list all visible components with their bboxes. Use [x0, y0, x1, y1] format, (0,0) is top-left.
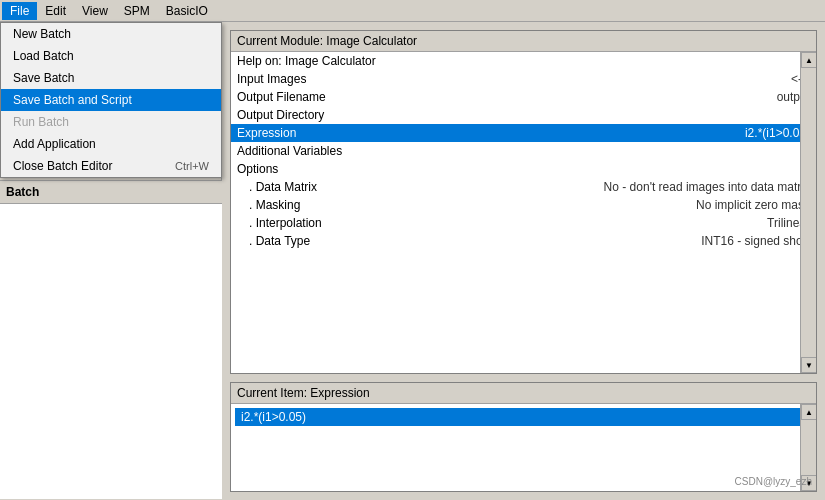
- menu-item-save-batch[interactable]: Save Batch: [1, 67, 221, 89]
- table-row[interactable]: Input Images<-X: [231, 70, 816, 88]
- module-panel-header: Current Module: Image Calculator: [231, 31, 816, 52]
- menu-item-save-batch-script[interactable]: Save Batch and Script: [1, 89, 221, 111]
- file-dropdown-menu: New Batch Load Batch Save Batch Save Bat…: [0, 22, 222, 178]
- module-table: Help on: Image CalculatorInput Images<-X…: [231, 52, 816, 250]
- content-area: Current Module: Image Calculator Help on…: [222, 22, 825, 500]
- menu-basicio[interactable]: BasicIO: [158, 2, 216, 20]
- table-row[interactable]: . Data MatrixNo - don't read images into…: [231, 178, 816, 196]
- menu-item-new-batch[interactable]: New Batch: [1, 23, 221, 45]
- table-row[interactable]: . MaskingNo implicit zero mask: [231, 196, 816, 214]
- shortcut-close-batch: Ctrl+W: [175, 160, 209, 172]
- batch-scroll[interactable]: [0, 204, 222, 499]
- menu-item-add-application[interactable]: Add Application: [1, 133, 221, 155]
- menu-item-close-batch-editor[interactable]: Close Batch Editor Ctrl+W: [1, 155, 221, 177]
- table-row[interactable]: Output Filenameoutput: [231, 88, 816, 106]
- menu-edit[interactable]: Edit: [37, 2, 74, 20]
- table-row[interactable]: . Data TypeINT16 - signed short: [231, 232, 816, 250]
- batch-panel: Batch: [0, 180, 222, 500]
- menu-item-load-batch[interactable]: Load Batch: [1, 45, 221, 67]
- module-panel: Current Module: Image Calculator Help on…: [230, 30, 817, 374]
- menu-view[interactable]: View: [74, 2, 116, 20]
- table-row[interactable]: Help on: Image Calculator: [231, 52, 816, 70]
- module-panel-content[interactable]: Help on: Image CalculatorInput Images<-X…: [231, 52, 816, 373]
- menu-spm[interactable]: SPM: [116, 2, 158, 20]
- table-row[interactable]: Additional Variables: [231, 142, 816, 160]
- item-scrollbar[interactable]: ▲ ▼: [800, 404, 816, 491]
- scroll-up-arrow[interactable]: ▲: [801, 52, 816, 68]
- table-row[interactable]: Output Directory: [231, 106, 816, 124]
- item-scroll-down-arrow[interactable]: ▼: [801, 475, 816, 491]
- item-panel: Current Item: Expression i2.*(i1>0.05) ▲…: [230, 382, 817, 492]
- batch-header: Batch: [0, 181, 222, 204]
- module-scrollbar[interactable]: ▲ ▼: [800, 52, 816, 373]
- menubar: File Edit View SPM BasicIO: [0, 0, 825, 22]
- menu-item-run-batch: Run Batch: [1, 111, 221, 133]
- main-layout: New Batch Load Batch Save Batch Save Bat…: [0, 22, 825, 500]
- menu-file[interactable]: File: [2, 2, 37, 20]
- scroll-down-arrow[interactable]: ▼: [801, 357, 816, 373]
- item-panel-content[interactable]: i2.*(i1>0.05) ▲ ▼ CSDN@lyzy_ezh: [231, 404, 816, 491]
- table-row[interactable]: . InterpolationTrilinear: [231, 214, 816, 232]
- item-panel-header: Current Item: Expression: [231, 383, 816, 404]
- table-row[interactable]: Expressioni2.*(i1>0.05): [231, 124, 816, 142]
- item-scroll-up-arrow[interactable]: ▲: [801, 404, 816, 420]
- table-row[interactable]: Options: [231, 160, 816, 178]
- sidebar: New Batch Load Batch Save Batch Save Bat…: [0, 22, 222, 500]
- item-value: i2.*(i1>0.05): [235, 408, 812, 426]
